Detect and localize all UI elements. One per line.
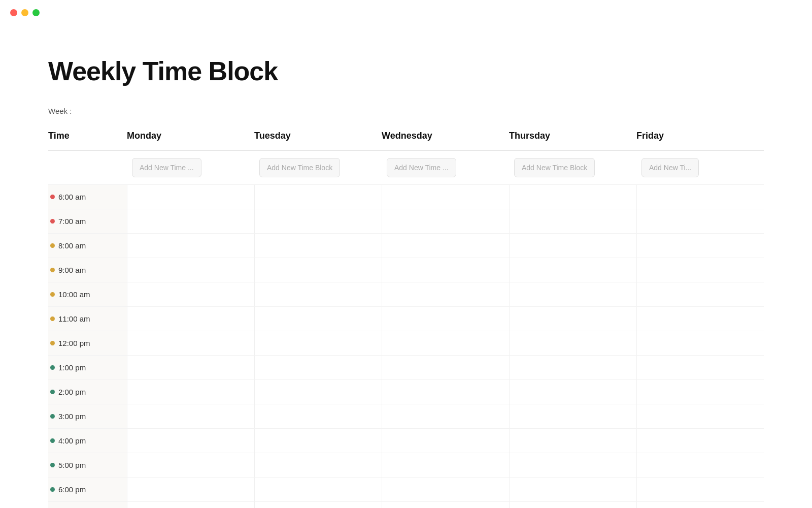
page-title: Weekly Time Block xyxy=(48,56,764,86)
time-dot-icon xyxy=(50,463,55,467)
day-cell xyxy=(127,307,254,331)
day-cell xyxy=(127,380,254,404)
time-row: 11:00 am xyxy=(48,307,764,331)
time-row: 12:00 pm xyxy=(48,331,764,356)
day-cell xyxy=(127,209,254,233)
day-cell xyxy=(382,258,509,282)
time-label: 6:00 pm xyxy=(58,485,86,494)
time-dot-icon xyxy=(50,487,55,492)
add-block-tuesday-button[interactable]: Add New Time Block xyxy=(259,158,340,177)
time-dot-icon xyxy=(50,390,55,394)
thursday-column-header: Thursday xyxy=(509,131,636,144)
window-chrome xyxy=(0,0,812,25)
time-cell: 7:00 am xyxy=(48,209,127,233)
day-cell xyxy=(127,429,254,453)
day-cell xyxy=(636,404,764,428)
time-label: 8:00 am xyxy=(58,241,86,250)
maximize-button[interactable] xyxy=(32,9,40,16)
day-cell xyxy=(254,380,382,404)
day-cell xyxy=(254,234,382,258)
add-block-row: Add New Time ... Add New Time Block Add … xyxy=(48,151,764,185)
day-cell xyxy=(636,453,764,477)
add-block-friday[interactable]: Add New Ti... xyxy=(641,158,764,177)
calendar-container: Time Monday Tuesday Wednesday Thursday F… xyxy=(48,131,764,508)
add-block-monday[interactable]: Add New Time ... xyxy=(132,158,254,177)
time-cell: 11:00 am xyxy=(48,307,127,331)
time-cell: 6:00 pm xyxy=(48,478,127,501)
day-cell xyxy=(127,331,254,355)
calendar-header: Time Monday Tuesday Wednesday Thursday F… xyxy=(48,131,764,151)
day-cell xyxy=(636,478,764,501)
add-block-wednesday[interactable]: Add New Time ... xyxy=(387,158,509,177)
day-cell xyxy=(636,429,764,453)
time-label: 4:00 pm xyxy=(58,436,86,445)
time-label: 5:00 pm xyxy=(58,461,86,469)
day-cell xyxy=(254,282,382,306)
add-block-friday-button[interactable]: Add New Ti... xyxy=(641,158,699,177)
time-label: 12:00 pm xyxy=(58,339,90,347)
day-cell xyxy=(636,282,764,306)
time-label: 9:00 am xyxy=(58,266,86,274)
monday-column-header: Monday xyxy=(127,131,254,144)
add-block-thursday-button[interactable]: Add New Time Block xyxy=(514,158,595,177)
time-label: 2:00 pm xyxy=(58,388,86,396)
day-cell xyxy=(509,258,636,282)
day-cell xyxy=(636,258,764,282)
time-cell: 12:00 pm xyxy=(48,331,127,355)
day-cell xyxy=(509,404,636,428)
day-cell xyxy=(382,185,509,209)
day-cell xyxy=(636,356,764,379)
day-cell xyxy=(636,380,764,404)
day-cell xyxy=(509,209,636,233)
add-block-tuesday[interactable]: Add New Time Block xyxy=(259,158,382,177)
day-cell xyxy=(382,209,509,233)
day-cell xyxy=(509,307,636,331)
day-cell xyxy=(382,502,509,508)
day-cell xyxy=(636,502,764,508)
time-cell: 5:00 pm xyxy=(48,453,127,477)
day-cell xyxy=(509,453,636,477)
day-cell xyxy=(254,209,382,233)
minimize-button[interactable] xyxy=(21,9,28,16)
day-cell xyxy=(509,478,636,501)
time-row: 7:00 pm xyxy=(48,502,764,508)
add-block-monday-button[interactable]: Add New Time ... xyxy=(132,158,201,177)
time-dot-icon xyxy=(50,414,55,419)
time-cell: 1:00 pm xyxy=(48,356,127,379)
time-row: 6:00 am xyxy=(48,185,764,209)
day-cell xyxy=(254,453,382,477)
day-cell xyxy=(509,282,636,306)
time-row: 7:00 am xyxy=(48,209,764,234)
day-cell xyxy=(254,331,382,355)
time-dot-icon xyxy=(50,438,55,443)
time-row: 6:00 pm xyxy=(48,478,764,502)
time-dot-icon xyxy=(50,243,55,248)
time-label: 7:00 am xyxy=(58,217,86,226)
day-cell xyxy=(254,185,382,209)
wednesday-column-header: Wednesday xyxy=(382,131,509,144)
time-dot-icon xyxy=(50,365,55,370)
time-dot-icon xyxy=(50,292,55,297)
day-cell xyxy=(636,209,764,233)
time-rows: 6:00 am7:00 am8:00 am9:00 am10:00 am11:0… xyxy=(48,185,764,508)
day-cell xyxy=(382,331,509,355)
day-cell xyxy=(254,404,382,428)
day-cell xyxy=(509,234,636,258)
day-cell xyxy=(509,502,636,508)
close-button[interactable] xyxy=(10,9,17,16)
day-cell xyxy=(127,185,254,209)
day-cell xyxy=(382,404,509,428)
add-block-wednesday-button[interactable]: Add New Time ... xyxy=(387,158,456,177)
time-dot-icon xyxy=(50,268,55,272)
day-cell xyxy=(636,307,764,331)
time-label: 6:00 am xyxy=(58,193,86,201)
time-row: 10:00 am xyxy=(48,282,764,307)
day-cell xyxy=(254,429,382,453)
add-block-empty-cell xyxy=(48,158,127,177)
time-row: 2:00 pm xyxy=(48,380,764,404)
day-cell xyxy=(509,185,636,209)
time-cell: 3:00 pm xyxy=(48,404,127,428)
add-block-thursday[interactable]: Add New Time Block xyxy=(514,158,636,177)
day-cell xyxy=(509,429,636,453)
time-row: 1:00 pm xyxy=(48,356,764,380)
